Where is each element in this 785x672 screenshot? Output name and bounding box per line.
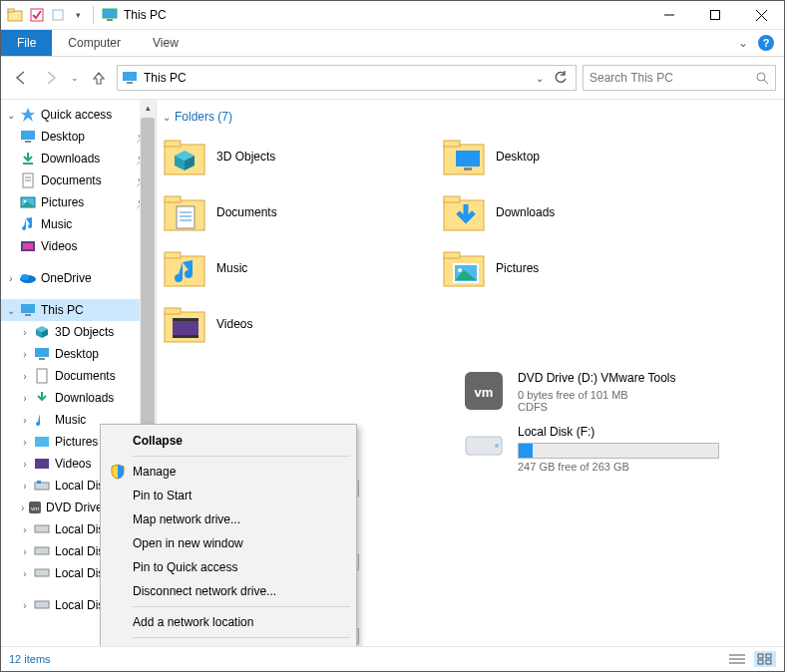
svg-rect-39: [35, 569, 49, 576]
svg-rect-11: [127, 82, 133, 84]
vmware-icon: vm: [462, 369, 506, 413]
svg-rect-34: [37, 481, 41, 484]
ctx-manage[interactable]: Manage: [103, 460, 354, 484]
tiles-view-icon[interactable]: [754, 651, 776, 667]
svg-rect-40: [35, 601, 49, 608]
ribbon-tabs: File Computer View ⌄ ?: [1, 30, 784, 57]
separator: [133, 456, 350, 457]
minimize-button[interactable]: [646, 1, 692, 29]
up-button[interactable]: [87, 66, 111, 90]
breadcrumb[interactable]: This PC: [144, 71, 187, 85]
tree-pc-3dobjects[interactable]: ›3D Objects: [1, 321, 156, 343]
folder-videos[interactable]: Videos: [163, 299, 402, 349]
ctx-pin-start[interactable]: Pin to Start: [103, 484, 354, 507]
tab-file[interactable]: File: [1, 30, 52, 56]
address-controls: ⌄: [532, 71, 572, 85]
this-pc-icon: [122, 71, 138, 85]
svg-rect-1: [8, 9, 14, 12]
ctx-open-new[interactable]: Open in new window: [103, 531, 354, 555]
folder-documents[interactable]: Documents: [163, 187, 402, 237]
downloads-icon: [33, 389, 51, 407]
separator: [133, 606, 350, 607]
svg-point-69: [495, 444, 499, 448]
drive-icon: [33, 542, 51, 560]
navigation-bar: ⌄ This PC ⌄ Search This PC: [1, 57, 784, 100]
drive-icon: [33, 477, 51, 495]
tree-qa-documents[interactable]: Documents📌: [1, 169, 156, 191]
tree-pc-documents[interactable]: ›Documents: [1, 365, 156, 387]
chevron-down-icon[interactable]: ⌄: [532, 73, 548, 84]
svg-rect-15: [25, 141, 31, 143]
drive-icon: [462, 423, 506, 467]
tab-view[interactable]: View: [137, 30, 195, 56]
tree-qa-desktop[interactable]: Desktop📌: [1, 126, 156, 148]
ribbon-collapse-icon[interactable]: ⌄: [738, 36, 748, 50]
back-button[interactable]: [9, 66, 33, 90]
folder-downloads[interactable]: Downloads: [442, 187, 681, 237]
svg-rect-5: [107, 19, 113, 21]
ctx-pin-qa[interactable]: Pin to Quick access: [103, 555, 354, 579]
svg-rect-30: [37, 369, 47, 383]
address-bar[interactable]: This PC ⌄: [117, 65, 577, 91]
tree-pc-desktop[interactable]: ›Desktop: [1, 343, 156, 365]
svg-rect-48: [165, 196, 181, 202]
this-pc-icon: [19, 301, 37, 319]
folder-desktop[interactable]: Desktop: [442, 132, 681, 181]
body: ⌄Quick access Desktop📌 Downloads📌 Docume…: [1, 100, 784, 646]
tree-quick-access[interactable]: ⌄Quick access: [1, 104, 156, 126]
tree-this-pc[interactable]: ⌄This PC: [1, 299, 156, 321]
tree-qa-videos[interactable]: Videos: [1, 235, 156, 257]
separator: [133, 637, 350, 638]
svg-rect-73: [758, 654, 763, 658]
folder-3dobjects[interactable]: 3D Objects: [163, 132, 402, 181]
drive-dvd-d[interactable]: vm DVD Drive (D:) VMware Tools 0 bytes f…: [462, 369, 761, 413]
tree-qa-music[interactable]: Music: [1, 213, 156, 235]
folders-section-header[interactable]: ⌄Folders (7): [157, 100, 784, 132]
window-title: This PC: [124, 8, 167, 22]
drives-row-1: vm DVD Drive (D:) VMware Tools 0 bytes f…: [157, 369, 784, 423]
ctx-disconnect[interactable]: Disconnect network drive...: [103, 579, 354, 603]
svg-rect-62: [165, 308, 181, 314]
music-icon: [19, 215, 37, 233]
tree-qa-pictures[interactable]: Pictures📌: [1, 191, 156, 213]
folder-pictures[interactable]: Pictures: [442, 243, 681, 293]
documents-icon: [19, 171, 37, 189]
folder-music[interactable]: Music: [163, 243, 402, 293]
recent-dropdown-icon[interactable]: ⌄: [69, 66, 81, 90]
qat-dropdown-icon[interactable]: ▾: [73, 7, 83, 23]
tree-qa-downloads[interactable]: Downloads📌: [1, 148, 156, 169]
properties-icon[interactable]: [29, 7, 45, 23]
svg-point-12: [757, 73, 765, 81]
close-button[interactable]: [738, 1, 784, 29]
svg-rect-56: [165, 252, 181, 258]
item-count: 12 items: [9, 653, 51, 665]
svg-rect-54: [444, 196, 460, 202]
svg-rect-76: [766, 660, 771, 664]
maximize-button[interactable]: [692, 1, 738, 29]
usage-bar: [518, 443, 719, 459]
new-folder-icon[interactable]: [51, 7, 67, 23]
help-icon[interactable]: ?: [758, 35, 774, 51]
search-box[interactable]: Search This PC: [583, 65, 776, 91]
forward-button[interactable]: [39, 66, 63, 90]
refresh-icon[interactable]: [550, 71, 572, 85]
tree-onedrive[interactable]: ›OneDrive: [1, 267, 156, 289]
pictures-icon: [33, 433, 51, 451]
tree-pc-downloads[interactable]: ›Downloads: [1, 387, 156, 409]
ctx-delete[interactable]: Delete: [103, 641, 354, 646]
tab-computer[interactable]: Computer: [52, 30, 137, 56]
details-view-icon[interactable]: [726, 651, 748, 667]
svg-rect-74: [766, 654, 771, 658]
folders-grid: 3D Objects Desktop Documents Downloads M…: [157, 132, 784, 355]
ctx-map-drive[interactable]: Map network drive...: [103, 507, 354, 531]
svg-rect-29: [39, 358, 45, 360]
ctx-collapse[interactable]: Collapse: [103, 429, 354, 453]
documents-icon: [33, 367, 51, 385]
ctx-add-loc[interactable]: Add a network location: [103, 610, 354, 634]
scroll-up-icon[interactable]: ▴: [140, 100, 156, 116]
drive-local-f[interactable]: Local Disk (F:) 247 GB free of 263 GB: [462, 423, 761, 473]
onedrive-icon: [19, 269, 37, 287]
dvd-icon: vm: [28, 499, 42, 516]
pictures-icon: [19, 193, 37, 211]
star-icon: [19, 106, 37, 124]
